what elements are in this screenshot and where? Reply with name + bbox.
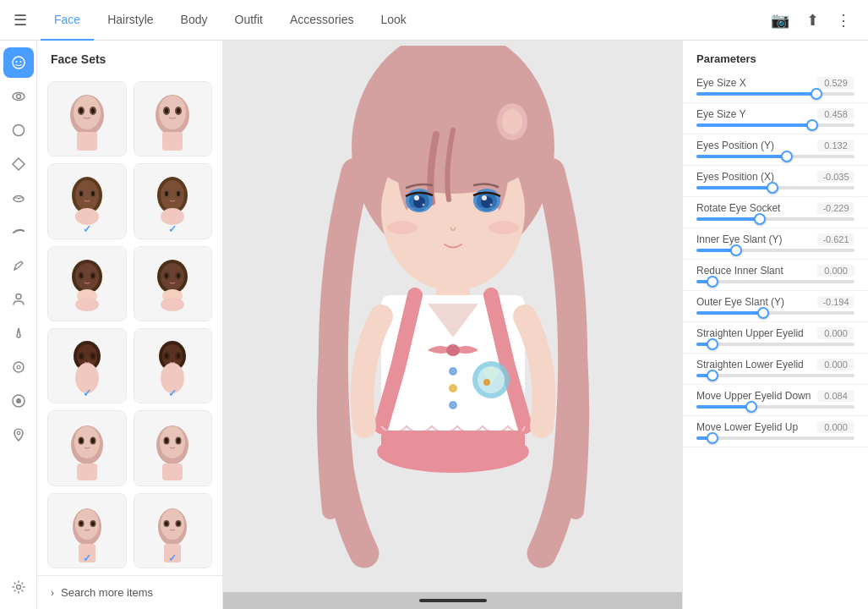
slider-move-upper-eyelid-down[interactable]: [696, 405, 854, 409]
menu-icon[interactable]: ☰: [14, 11, 27, 30]
icon-sidebar: [0, 41, 37, 609]
parameters-panel: Parameters Eye Size X 0.529 Eye Size Y 0…: [682, 41, 868, 609]
face-item-5[interactable]: [47, 246, 127, 321]
param-eye-size-x: Eye Size X 0.529: [683, 72, 868, 103]
svg-rect-78: [77, 464, 97, 480]
sidebar-brow-btn[interactable]: [3, 217, 34, 247]
slider-eye-size-x[interactable]: [696, 92, 854, 96]
svg-point-5: [13, 125, 24, 136]
param-value-eyes-position-x: -0.035: [817, 171, 854, 183]
face-item-11[interactable]: ✓: [47, 493, 127, 568]
sidebar-filter-btn[interactable]: [3, 386, 34, 416]
sidebar-diamond-btn[interactable]: [3, 149, 34, 179]
param-value-outer-eye-slant-y: -0.194: [817, 296, 854, 308]
tab-accessories[interactable]: Accessories: [276, 0, 367, 41]
param-label-outer-eye-slant-y: Outer Eye Slant (Y): [696, 296, 784, 308]
face-item-1[interactable]: [47, 81, 127, 156]
main-layout: Face Sets: [0, 41, 868, 609]
svg-point-1: [15, 61, 17, 63]
sidebar-person-btn[interactable]: [3, 284, 34, 315]
nav-actions: 📷 ⬆ ⋮: [767, 8, 854, 33]
face-item-7[interactable]: ✓: [47, 328, 127, 403]
face-item-3[interactable]: ✓: [47, 163, 127, 239]
param-reduce-inner-slant: Reduce Inner Slant 0.000: [683, 260, 868, 291]
face-item-10[interactable]: [134, 410, 213, 486]
face-item-9[interactable]: [47, 410, 127, 486]
character-canvas: [271, 46, 635, 604]
svg-point-125: [483, 379, 490, 386]
svg-point-57: [161, 298, 184, 311]
tab-body[interactable]: Body: [167, 0, 221, 41]
svg-point-70: [177, 354, 180, 359]
face-item-6[interactable]: [134, 246, 213, 321]
svg-point-55: [177, 273, 180, 278]
slider-rotate-eye-socket[interactable]: [696, 217, 854, 221]
face-panel: Face Sets: [37, 41, 223, 609]
slider-move-lower-eyelid-up[interactable]: [696, 436, 854, 440]
param-label-eyes-position-x: Eyes Position (X): [696, 171, 774, 183]
tab-face[interactable]: Face: [41, 0, 94, 41]
slider-reduce-inner-slant[interactable]: [696, 280, 854, 283]
tab-hairstyle[interactable]: Hairstyle: [94, 0, 167, 41]
param-label-rotate-eye-socket: Rotate Eye Socket: [696, 202, 780, 214]
svg-point-32: [79, 191, 83, 196]
svg-point-73: [74, 426, 100, 458]
svg-point-49: [75, 298, 99, 311]
svg-rect-85: [162, 464, 183, 480]
param-value-straighten-lower-eyelid: 0.000: [817, 359, 854, 370]
svg-point-91: [91, 521, 95, 525]
svg-point-76: [79, 438, 83, 443]
svg-point-121: [449, 384, 457, 392]
svg-point-25: [165, 108, 168, 113]
slider-straighten-upper-eyelid[interactable]: [696, 343, 854, 346]
param-straighten-upper-eyelid: Straighten Upper Eyelid 0.000: [683, 322, 868, 354]
svg-point-77: [91, 438, 95, 443]
param-value-move-upper-eyelid-down: 0.084: [817, 390, 854, 402]
face-item-8[interactable]: ✓: [134, 328, 213, 403]
param-value-eye-size-y: 0.458: [817, 108, 854, 120]
slider-eyes-position-x[interactable]: [696, 186, 854, 189]
svg-point-69: [165, 354, 168, 359]
param-label-straighten-lower-eyelid: Straighten Lower Eyelid: [696, 359, 804, 370]
slider-eyes-position-y[interactable]: [696, 155, 854, 158]
slider-outer-eye-slant-y[interactable]: [696, 311, 854, 315]
sidebar-lips-btn[interactable]: [3, 183, 34, 213]
tab-outfit[interactable]: Outfit: [221, 0, 276, 41]
sidebar-tag-btn[interactable]: [3, 352, 34, 382]
svg-point-8: [14, 362, 24, 372]
sidebar-face-btn[interactable]: [3, 47, 34, 78]
svg-point-80: [160, 426, 185, 458]
sidebar-location-btn[interactable]: [3, 420, 34, 450]
face-item-12[interactable]: ✓: [134, 493, 213, 568]
sidebar-nose-btn[interactable]: [3, 318, 34, 348]
face-check-3: ✓: [83, 223, 91, 235]
svg-point-84: [177, 438, 180, 443]
param-label-move-lower-eyelid-up: Move Lower Eyelid Up: [696, 421, 798, 433]
face-item-4[interactable]: ✓: [134, 163, 213, 239]
slider-straighten-lower-eyelid[interactable]: [696, 374, 854, 377]
param-value-move-lower-eyelid-up: 0.000: [817, 421, 854, 433]
param-label-eye-size-y: Eye Size Y: [696, 108, 745, 120]
slider-inner-eye-slant-y[interactable]: [696, 249, 854, 252]
sidebar-circle-btn[interactable]: [3, 115, 34, 145]
sidebar-pen-btn[interactable]: [3, 250, 34, 281]
camera-button[interactable]: 📷: [767, 8, 793, 33]
svg-point-39: [165, 191, 168, 196]
svg-point-47: [91, 273, 95, 278]
sidebar-eye-btn[interactable]: [3, 81, 34, 112]
svg-point-2: [19, 61, 21, 63]
share-button[interactable]: ⬆: [803, 8, 822, 33]
search-more-items[interactable]: › Search more items: [37, 575, 222, 609]
face-item-2[interactable]: [134, 81, 213, 156]
svg-point-0: [13, 57, 25, 69]
slider-eye-size-y[interactable]: [696, 123, 854, 127]
tab-look[interactable]: Look: [367, 0, 419, 41]
more-button[interactable]: ⋮: [833, 8, 854, 33]
sidebar-settings-btn[interactable]: [3, 572, 34, 602]
param-label-straighten-upper-eyelid: Straighten Upper Eyelid: [696, 327, 804, 339]
svg-point-113: [482, 195, 487, 200]
svg-point-117: [489, 221, 519, 234]
svg-point-119: [446, 344, 460, 356]
svg-point-22: [159, 96, 186, 129]
svg-point-63: [91, 354, 95, 359]
